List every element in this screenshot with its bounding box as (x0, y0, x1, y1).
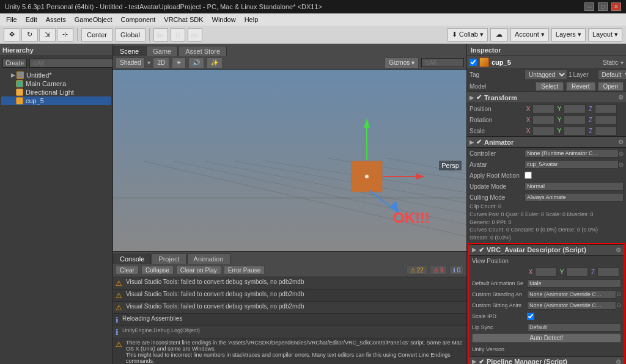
layer-select[interactable]: Default (598, 70, 626, 80)
view-y-input[interactable]: 1.6 (566, 268, 588, 277)
vrc-avatar-header[interactable]: ▶ ✔ VRC_Avatar Descriptor (Script) ⚙ (470, 244, 624, 256)
standing-pick-icon[interactable]: ⊙ (616, 291, 621, 297)
menu-vrchat-sdk[interactable]: VRChat SDK (160, 15, 207, 24)
view-x-field: X 0 (527, 268, 557, 277)
sitting-pick-icon[interactable]: ⊙ (616, 302, 621, 308)
apply-root-checkbox[interactable] (525, 172, 532, 179)
console-line[interactable]: ⚠ Visual Studio Tools: failed to convert… (113, 289, 466, 302)
tab-scene[interactable]: Scene (113, 46, 145, 56)
account-button[interactable]: Account ▾ (510, 28, 549, 42)
tab-project[interactable]: Project (152, 253, 186, 264)
fx-btn[interactable]: ✨ (207, 57, 223, 68)
tab-asset-store[interactable]: Asset Store (179, 46, 227, 56)
select-btn[interactable]: Select (536, 82, 564, 91)
console-content[interactable]: ⚠ Visual Studio Tools: failed to convert… (113, 277, 466, 364)
rot-z-input[interactable]: 0 (595, 115, 617, 125)
hierarchy-item-cup5[interactable]: cup_5 (1, 96, 111, 105)
view-z-input[interactable]: 0.2 (597, 268, 619, 277)
close-button[interactable]: ✕ (611, 2, 621, 11)
curves-row: Curves Pos: 0 Quat: 0 Euler: 0 Scale: 0 … (467, 211, 626, 219)
transform-move-btn[interactable]: ✥ (4, 28, 20, 42)
menu-help[interactable]: Help (241, 15, 262, 24)
rot-y-input[interactable]: 0 (564, 115, 586, 125)
static-dropdown-icon[interactable]: ▾ (620, 59, 624, 66)
menu-component[interactable]: Component (117, 15, 159, 24)
audio-btn[interactable]: 🔊 (188, 57, 204, 68)
error-icon: ⚠ (433, 267, 439, 274)
step-button[interactable]: ⏭ (188, 28, 202, 42)
transform-section-header[interactable]: ▶ ✔ Transform ⚙ (467, 92, 626, 103)
transform-rect-btn[interactable]: ⊹ (57, 28, 73, 42)
scale-y-input[interactable]: 1 (564, 126, 586, 136)
pipeline-settings-icon[interactable]: ⚙ (616, 359, 621, 364)
open-btn[interactable]: Open (598, 82, 624, 91)
vx-label: X (527, 269, 534, 275)
console-line[interactable]: ℹ Reloading Assemblies (113, 314, 466, 326)
error-pause-btn[interactable]: Error Pause (224, 266, 265, 275)
global-btn[interactable]: Global (115, 28, 145, 42)
hierarchy-item-light[interactable]: Directional Light (1, 88, 111, 96)
controller-pick-icon[interactable]: ⊙ (619, 150, 624, 157)
revert-btn[interactable]: Revert (566, 82, 595, 91)
view-x-input[interactable]: 0 (535, 268, 557, 277)
console-line[interactable]: ⚠ Visual Studio Tools: failed to convert… (113, 302, 466, 314)
tab-console[interactable]: Console (113, 253, 151, 264)
collab-button[interactable]: ⬇ Collab ▾ (447, 28, 488, 42)
scene-search-input[interactable] (421, 58, 464, 67)
pivot-btn[interactable]: Center (81, 28, 112, 42)
maximize-button[interactable]: □ (598, 2, 608, 11)
2d-btn[interactable]: 2D (153, 57, 169, 68)
pos-z-input[interactable]: 0 (595, 104, 617, 114)
menu-edit[interactable]: Edit (22, 15, 41, 24)
tag-select[interactable]: Untagged (525, 70, 567, 80)
collapse-btn[interactable]: Collapse (141, 266, 174, 275)
console-line[interactable]: ⚠ There are inconsistent line endings in… (113, 338, 466, 364)
scale-x-input[interactable]: 1 (532, 126, 554, 136)
minimize-button[interactable]: — (584, 2, 594, 11)
vrc-settings-icon[interactable]: ⚙ (616, 247, 621, 253)
console-line[interactable]: ⚠ Visual Studio Tools: failed to convert… (113, 277, 466, 289)
transform-settings-icon[interactable]: ⚙ (618, 94, 624, 101)
animator-section-header[interactable]: ▶ ✔ Animator ⚙ (467, 136, 626, 148)
tab-game[interactable]: Game (146, 46, 178, 56)
transform-scale-btn[interactable]: ⇲ (39, 28, 56, 42)
console-line[interactable]: ℹ UnityEngine.Debug.Log(Object) (113, 326, 466, 338)
layers-button[interactable]: Layers ▾ (551, 28, 586, 42)
pos-x-input[interactable]: 0 (532, 104, 554, 114)
avatar-pick-icon[interactable]: ⊙ (619, 161, 624, 168)
menu-file[interactable]: File (2, 15, 21, 24)
view-xyz-fields: X 0 Y 1.6 Z 0.2 (527, 268, 621, 277)
lighting-btn[interactable]: ☀ (172, 57, 186, 68)
window-controls[interactable]: — □ ✕ (584, 2, 621, 11)
shading-btn[interactable]: Shaded (116, 57, 145, 68)
rot-x-input[interactable]: 0 (532, 115, 554, 125)
transform-rotate-btn[interactable]: ↻ (21, 28, 38, 42)
menu-window[interactable]: Window (208, 15, 240, 24)
hierarchy-item-untitled[interactable]: ▶ Untitled* (1, 71, 111, 79)
hierarchy-create-btn[interactable]: Create (2, 59, 27, 68)
hierarchy-item-camera[interactable]: Main Camera (1, 79, 111, 88)
layout-button[interactable]: Layout ▾ (588, 28, 622, 42)
clear-on-play-btn[interactable]: Clear on Play (176, 266, 221, 275)
scale-z-input[interactable]: 1 (595, 126, 617, 136)
scene-viewport[interactable]: X Y Z Persp OK!!! (113, 70, 466, 251)
gizmos-btn[interactable]: Gizmos ▾ (385, 57, 419, 68)
auto-detect-btn[interactable]: Auto Detect! (472, 333, 621, 343)
error-badge[interactable]: ⚠ 9 (430, 266, 447, 275)
menu-gameobject[interactable]: GameObject (71, 15, 116, 24)
pos-y-input[interactable]: 0 (564, 104, 586, 114)
clear-btn[interactable]: Clear (116, 266, 139, 275)
warn-badge[interactable]: ⚠ 22 (407, 266, 427, 275)
info-badge[interactable]: ℹ 0 (449, 266, 464, 275)
hierarchy-search-input[interactable] (29, 59, 113, 68)
pipeline-section-header[interactable]: ▶ ✔ Pipeline Manager (Script) ⚙ (470, 356, 624, 364)
tab-animation[interactable]: Animation (187, 253, 230, 264)
menu-assets[interactable]: Assets (42, 15, 70, 24)
pause-button[interactable]: ⏸ (171, 28, 185, 42)
play-button[interactable]: ▶ (153, 28, 168, 42)
scale-ipd-checkbox[interactable] (527, 313, 534, 320)
object-active-checkbox[interactable] (470, 59, 477, 66)
culling-mode-row: Culling Mode Always Animate (467, 192, 626, 203)
animator-settings-icon[interactable]: ⚙ (618, 139, 624, 145)
cloud-button[interactable]: ☁ (490, 28, 508, 42)
